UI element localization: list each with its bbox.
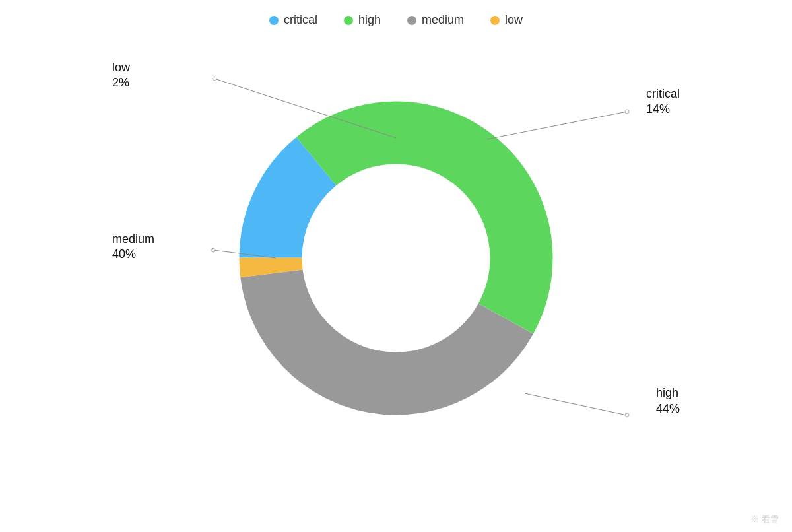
donut-chart-area: low 2% critical 14% medium 40% high 44% [99, 34, 693, 482]
critical-dot [269, 16, 279, 25]
svg-point-5 [211, 248, 215, 252]
svg-point-1 [213, 77, 216, 81]
watermark: ※ 看雪 [750, 514, 779, 525]
label-high: high 44% [656, 385, 680, 416]
label-critical-name: critical [646, 86, 680, 102]
svg-point-3 [625, 110, 629, 114]
chart-container: critical high medium low [0, 0, 792, 532]
label-medium-name: medium [112, 232, 154, 247]
legend-label-critical: critical [284, 13, 317, 27]
label-critical-pct: 14% [646, 102, 680, 117]
label-high-name: high [656, 385, 680, 401]
label-low-name: low [112, 60, 130, 75]
label-low: low 2% [112, 60, 130, 91]
legend-item-high: high [344, 13, 381, 27]
medium-dot [407, 16, 416, 25]
legend-item-critical: critical [269, 13, 317, 27]
low-dot [490, 16, 500, 25]
legend-item-low: low [490, 13, 523, 27]
label-medium: medium 40% [112, 232, 154, 263]
high-dot [344, 16, 353, 25]
legend: critical high medium low [269, 13, 523, 27]
watermark-text: ※ 看雪 [750, 514, 779, 525]
donut-svg [231, 93, 561, 423]
legend-label-low: low [505, 13, 523, 27]
svg-point-7 [625, 413, 629, 417]
label-low-pct: 2% [112, 75, 130, 90]
label-medium-pct: 40% [112, 247, 154, 262]
legend-label-medium: medium [422, 13, 464, 27]
legend-label-high: high [358, 13, 381, 27]
label-critical: critical 14% [646, 86, 680, 117]
legend-item-medium: medium [407, 13, 464, 27]
label-high-pct: 44% [656, 401, 680, 416]
